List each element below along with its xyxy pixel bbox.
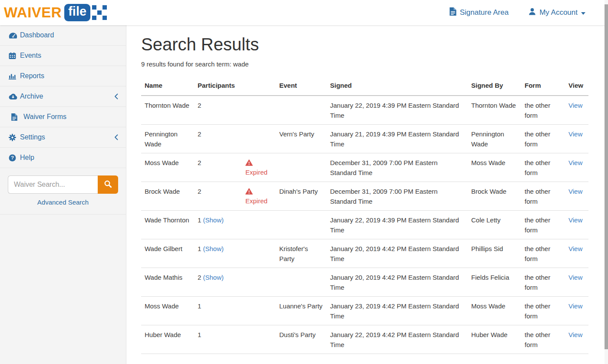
table-header-row: Name Participants Event Signed Signed By… — [141, 76, 588, 96]
view-link[interactable]: View — [568, 102, 582, 109]
sidebar-item-help[interactable]: ? Help — [0, 148, 126, 168]
svg-text:?: ? — [11, 155, 14, 160]
advanced-search-link[interactable]: Advanced Search — [37, 199, 89, 206]
sidebar: Dashboard Events Reports Archive Waiver … — [0, 25, 126, 364]
cell-name: Huber Wade — [141, 325, 194, 354]
cell-form: the other form — [521, 211, 565, 239]
table-row: Huber Wade1Dusti's PartyJanuary 22, 2019… — [141, 325, 588, 354]
cell-status — [242, 211, 276, 239]
expired-label: Expired — [245, 196, 272, 206]
scrollbar-track[interactable] — [605, 0, 608, 364]
my-account-menu[interactable]: My Account — [529, 8, 585, 17]
calendar-icon — [9, 52, 20, 60]
sidebar-item-waiver-forms[interactable]: Waiver Forms — [0, 107, 126, 127]
cell-event — [276, 153, 327, 182]
view-link[interactable]: View — [568, 274, 582, 281]
logo-checker-icon — [92, 5, 107, 20]
expired-label: Expired — [245, 167, 272, 177]
signature-area-link[interactable]: Signature Area — [449, 7, 509, 18]
table-row: Pennington Wade2Vern's PartyJanuary 21, … — [141, 125, 588, 153]
topnav: Signature Area My Account — [449, 7, 585, 18]
cell-signed: December 31, 2009 7:00 PM Eastern Standa… — [327, 182, 468, 211]
cell-signed-by: Pennington Wade — [468, 125, 521, 153]
view-link[interactable]: View — [568, 216, 582, 224]
cell-status — [242, 239, 276, 268]
scrollbar-thumb[interactable] — [605, 4, 608, 349]
main-content: Search Results 9 results found for searc… — [127, 25, 605, 364]
cell-participants: 2 — [194, 182, 242, 211]
warning-icon — [245, 159, 253, 166]
cell-signed: January 22, 2019 4:42 PM Eastern Standar… — [327, 325, 468, 354]
search-button[interactable] — [98, 175, 118, 194]
cell-status: Expired — [242, 182, 276, 211]
participant-count: 2 — [198, 274, 201, 281]
cell-event — [276, 96, 327, 125]
view-link[interactable]: View — [568, 331, 582, 338]
cell-signed: January 22, 2019 4:39 PM Eastern Standar… — [327, 96, 468, 125]
header-view: View — [565, 76, 588, 96]
table-row: Wade Thornton1 (Show)January 22, 2019 4:… — [141, 211, 588, 239]
sidebar-item-dashboard[interactable]: Dashboard — [0, 25, 126, 46]
sidebar-item-archive[interactable]: Archive — [0, 86, 126, 107]
cell-view: View — [565, 268, 588, 297]
table-row: Thornton Wade2January 22, 2019 4:39 PM E… — [141, 96, 588, 125]
page-title: Search Results — [141, 35, 605, 54]
cell-signed-by: Huber Wade — [468, 325, 521, 354]
cell-event: Vern's Party — [276, 125, 327, 153]
cell-name: Thornton Wade — [141, 96, 194, 125]
waiverfile-logo[interactable]: WAIVER file — [4, 4, 107, 21]
view-link[interactable]: View — [568, 159, 582, 166]
cell-name: Wade Thornton — [141, 211, 194, 239]
cell-status — [242, 268, 276, 297]
participant-count: 1 — [198, 331, 201, 338]
sidebar-item-label: Reports — [20, 72, 44, 80]
sidebar-item-label: Archive — [20, 93, 43, 100]
waiver-search-input[interactable] — [8, 175, 98, 194]
cell-participants: 2 — [194, 96, 242, 125]
view-link[interactable]: View — [568, 130, 582, 138]
sidebar-item-events[interactable]: Events — [0, 46, 126, 66]
cell-form: the other form — [521, 153, 565, 182]
show-participants-link[interactable]: (Show) — [203, 216, 224, 224]
view-link[interactable]: View — [568, 188, 582, 195]
participant-count: 1 — [198, 302, 201, 310]
search-icon — [104, 180, 112, 189]
cell-name: Wade Gilbert — [141, 239, 194, 268]
sidebar-item-reports[interactable]: Reports — [0, 66, 126, 86]
chevron-left-icon — [114, 134, 118, 140]
cell-event — [276, 268, 327, 297]
sidebar-item-settings[interactable]: Settings — [0, 127, 126, 148]
cell-event — [276, 211, 327, 239]
results-summary: 9 results found for search term: wade — [141, 60, 605, 68]
table-row: Wade Gilbert1 (Show)Kristofer's PartyJan… — [141, 239, 588, 268]
table-row: Wade Mathis2 (Show)January 20, 2019 4:42… — [141, 268, 588, 297]
cell-view: View — [565, 325, 588, 354]
warning-icon — [245, 188, 253, 195]
sidebar-item-label: Help — [20, 154, 34, 162]
participant-count: 2 — [198, 130, 201, 138]
view-link[interactable]: View — [568, 245, 582, 252]
document-icon — [449, 7, 456, 18]
cell-participants: 2 — [194, 125, 242, 153]
cell-signed: January 21, 2019 4:39 PM Eastern Standar… — [327, 125, 468, 153]
my-account-label: My Account — [539, 8, 578, 17]
show-participants-link[interactable]: (Show) — [203, 274, 224, 281]
bar-chart-icon — [9, 73, 20, 79]
search-results-table: Name Participants Event Signed Signed By… — [141, 76, 588, 354]
cell-status — [242, 96, 276, 125]
cell-view: View — [565, 153, 588, 182]
cell-name: Pennington Wade — [141, 125, 194, 153]
logo-text-waiver: WAIVER — [4, 4, 62, 21]
cell-event: Dinah's Party — [276, 182, 327, 211]
cell-view: View — [565, 297, 588, 325]
participant-count: 2 — [198, 159, 201, 166]
cell-status — [242, 325, 276, 354]
expired-indicator: Expired — [245, 186, 272, 206]
cell-participants: 2 — [194, 153, 242, 182]
show-participants-link[interactable]: (Show) — [203, 245, 224, 252]
file-icon — [11, 113, 23, 121]
results-table-body: Thornton Wade2January 22, 2019 4:39 PM E… — [141, 96, 588, 354]
view-link[interactable]: View — [568, 302, 582, 310]
cell-signed: January 22, 2019 4:39 PM Eastern Standar… — [327, 211, 468, 239]
cell-signed-by: Phillips Sid — [468, 239, 521, 268]
